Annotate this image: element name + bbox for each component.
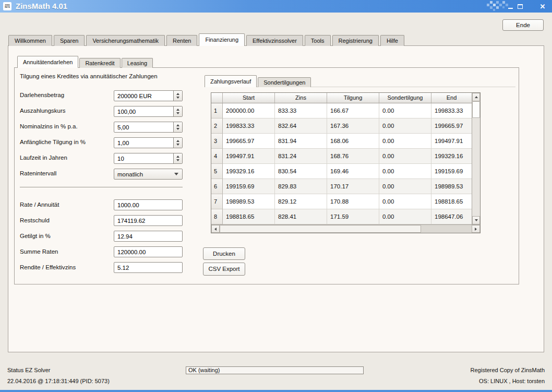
tab-leasing[interactable]: Leasing (122, 58, 153, 68)
column-header-end[interactable]: End (431, 93, 472, 103)
scroll-down-button[interactable] (472, 216, 480, 224)
corner-header-cell[interactable] (211, 93, 223, 103)
table-row[interactable]: 5 199329.16 830.54 169.46 0.00 199159.69 (211, 164, 472, 179)
cell-tilgung[interactable]: 166.67 (327, 103, 379, 118)
auszahlungskurs-spinbox[interactable] (114, 106, 183, 117)
scroll-up-button[interactable] (472, 93, 480, 101)
vertical-scrollbar-thumb[interactable] (472, 101, 480, 118)
spin-up-icon[interactable] (176, 156, 179, 158)
cell-tilgung[interactable]: 170.17 (327, 179, 379, 194)
drucken-button[interactable]: Drucken (203, 247, 245, 260)
laufzeit-spin-buttons[interactable] (173, 153, 182, 163)
table-row[interactable]: 6 199159.69 829.83 170.17 0.00 198989.53 (211, 179, 472, 194)
cell-tilgung[interactable]: 169.46 (327, 164, 379, 179)
tab-ratenkredit[interactable]: Ratenkredit (79, 58, 120, 68)
cell-end[interactable]: 198647.06 (431, 209, 472, 224)
darlehensbetrag-spin-buttons[interactable] (173, 91, 182, 101)
cell-sondertilgung[interactable]: 0.00 (379, 179, 431, 194)
cell-sondertilgung[interactable]: 0.00 (379, 209, 431, 224)
row-number[interactable]: 6 (211, 179, 223, 194)
nominalzins-spinbox[interactable] (114, 122, 183, 133)
csv-export-button[interactable]: CSV Export (203, 263, 245, 276)
spin-down-icon[interactable] (176, 128, 179, 130)
spin-down-icon[interactable] (176, 159, 179, 161)
rendite-field[interactable] (114, 262, 183, 273)
spin-down-icon[interactable] (176, 97, 179, 99)
cell-sondertilgung[interactable]: 0.00 (379, 194, 431, 209)
scroll-right-button[interactable] (472, 225, 480, 233)
darlehensbetrag-spinbox[interactable] (114, 90, 183, 101)
row-number[interactable]: 3 (211, 134, 223, 149)
tab-versicherungsmathematik[interactable]: Versicherungsmathematik (86, 35, 165, 46)
scroll-left-button[interactable] (211, 225, 220, 233)
cell-tilgung[interactable]: 170.88 (327, 194, 379, 209)
tab-effektivzinssolver[interactable]: Effektivzinssolver (246, 35, 303, 46)
vertical-scrollbar-track[interactable] (472, 118, 480, 216)
anfaengliche-tilgung-input[interactable] (114, 138, 173, 148)
cell-zins[interactable]: 828.41 (275, 209, 327, 224)
cell-sondertilgung[interactable]: 0.00 (379, 134, 431, 149)
table-row[interactable]: 1 200000.00 833.33 166.67 0.00 199833.33 (211, 103, 472, 118)
cell-end[interactable]: 198989.53 (431, 179, 472, 194)
cell-zins[interactable]: 832.64 (275, 118, 327, 134)
cell-zins[interactable]: 830.54 (275, 164, 327, 179)
table-row[interactable]: 7 198989.53 829.12 170.88 0.00 198818.65 (211, 194, 472, 209)
tab-hilfe[interactable]: Hilfe (380, 35, 404, 46)
tab-tools[interactable]: Tools (305, 35, 331, 46)
summe-raten-field[interactable] (114, 246, 183, 257)
ratenintervall-dropdown[interactable]: monatlich (114, 169, 183, 180)
row-number[interactable]: 1 (211, 103, 223, 118)
spin-up-icon[interactable] (176, 93, 179, 95)
maximize-button[interactable] (515, 0, 525, 13)
cell-start[interactable]: 200000.00 (223, 103, 275, 118)
ende-button[interactable]: Ende (502, 19, 544, 31)
laufzeit-spinbox[interactable] (114, 153, 183, 164)
cell-end[interactable]: 199833.33 (431, 103, 472, 118)
tab-renten[interactable]: Renten (166, 35, 197, 46)
row-number[interactable]: 7 (211, 194, 223, 209)
column-header-sondertilgung[interactable]: Sondertilgung (379, 93, 431, 103)
spin-up-icon[interactable] (176, 109, 179, 111)
horizontal-scrollbar[interactable] (211, 224, 480, 233)
cell-tilgung[interactable]: 168.06 (327, 134, 379, 149)
tab-annuitaetendarlehen[interactable]: Annuitätendarlehen (17, 56, 78, 68)
cell-zins[interactable]: 829.83 (275, 179, 327, 194)
auszahlungskurs-spin-buttons[interactable] (173, 106, 182, 116)
vertical-scrollbar[interactable] (472, 93, 480, 224)
tab-sondertilgungen[interactable]: Sondertilgungen (258, 77, 311, 87)
spin-down-icon[interactable] (176, 112, 179, 114)
darlehensbetrag-input[interactable] (114, 91, 173, 101)
cell-sondertilgung[interactable]: 0.00 (379, 118, 431, 134)
row-number[interactable]: 5 (211, 164, 223, 179)
nominalzins-input[interactable] (114, 122, 173, 132)
cell-end[interactable]: 198818.65 (431, 194, 472, 209)
tab-zahlungsverlauf[interactable]: Zahlungsverlauf (205, 75, 257, 87)
column-header-start[interactable]: Start (223, 93, 275, 103)
cell-start[interactable]: 198818.65 (223, 209, 275, 224)
cell-sondertilgung[interactable]: 0.00 (379, 103, 431, 118)
tab-registrierung[interactable]: Registrierung (332, 35, 379, 46)
cell-start[interactable]: 199159.69 (223, 179, 275, 194)
cell-sondertilgung[interactable]: 0.00 (379, 149, 431, 164)
cell-zins[interactable]: 829.12 (275, 194, 327, 209)
minimize-button[interactable] (506, 0, 515, 13)
cell-start[interactable]: 199329.16 (223, 164, 275, 179)
table-row[interactable]: 2 199833.33 832.64 167.36 0.00 199665.97 (211, 118, 472, 134)
cell-sondertilgung[interactable]: 0.00 (379, 164, 431, 179)
horizontal-scrollbar-track[interactable] (421, 225, 472, 233)
row-number[interactable]: 4 (211, 149, 223, 164)
spin-up-icon[interactable] (176, 124, 179, 126)
table-row[interactable]: 8 198818.65 828.41 171.59 0.00 198647.06 (211, 209, 472, 224)
rate-annuitaet-field[interactable] (114, 199, 183, 210)
cell-zins[interactable]: 831.24 (275, 149, 327, 164)
laufzeit-input[interactable] (114, 153, 173, 163)
anfaengliche-tilgung-spin-buttons[interactable] (173, 138, 182, 148)
titlebar[interactable]: ZINSMATH ZinsMath 4.01 ✕ (0, 0, 552, 13)
cell-start[interactable]: 199497.91 (223, 149, 275, 164)
cell-tilgung[interactable]: 171.59 (327, 209, 379, 224)
column-header-tilgung[interactable]: Tilgung (327, 93, 379, 103)
table-row[interactable]: 3 199665.97 831.94 168.06 0.00 199497.91 (211, 134, 472, 149)
table-row[interactable]: 4 199497.91 831.24 168.76 0.00 199329.16 (211, 149, 472, 164)
getilgt-field[interactable] (114, 231, 183, 242)
tab-finanzierung[interactable]: Finanzierung (199, 33, 245, 46)
